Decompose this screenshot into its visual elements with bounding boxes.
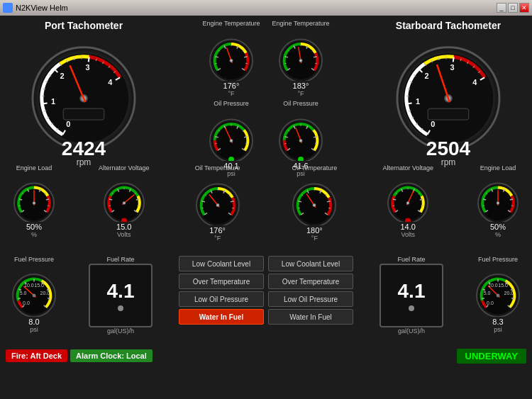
titlebar: N2KView Helm _ □ ✕ bbox=[0, 0, 532, 16]
minimize-button[interactable]: _ bbox=[497, 3, 506, 13]
port-engine-temp-unit: °F bbox=[228, 90, 234, 97]
alarm-button[interactable]: Low Coolant Level bbox=[268, 256, 353, 271]
port-engine-temp-gauge: Engine Temperature 176° °F bbox=[199, 20, 263, 97]
stbd-alternator-label: Alternator Voltage bbox=[382, 164, 433, 172]
stbd-engine-temp-label: Engine Temperature bbox=[272, 20, 330, 27]
port-engine-temp-canvas bbox=[199, 28, 263, 81]
port-tachometer-section: Port Tachometer 2424 rpm bbox=[6, 20, 162, 167]
stbd-alarm-panel: Low Coolant LevelOver TemperatureLow Oil… bbox=[268, 256, 353, 325]
alarm-button[interactable]: Water In Fuel bbox=[268, 309, 353, 325]
stbd-fuel-pressure-unit: psi bbox=[494, 326, 502, 333]
port-engine-load-value: 50% bbox=[26, 223, 42, 231]
port-oil-temp-value: 176° bbox=[209, 226, 226, 235]
stbd-tachometer-section: Starboard Tachometer 2504 rpm bbox=[370, 20, 526, 167]
port-fuel-pressure-gauge: Fuel Pressure 8.0 psi bbox=[6, 256, 62, 333]
port-fuel-pressure-canvas bbox=[6, 264, 62, 317]
stbd-fuel-pressure-gauge: Fuel Pressure 8.3 psi bbox=[470, 256, 526, 333]
port-oil-pressure-label: Oil Pressure bbox=[214, 100, 249, 107]
port-engine-load-canvas bbox=[6, 172, 62, 222]
alarm-button[interactable]: Water In Fuel bbox=[179, 309, 264, 325]
stbd-engine-load-value: 50% bbox=[490, 223, 506, 231]
port-oil-temp-label: Oil Temperature bbox=[195, 164, 240, 172]
stbd-fuel-rate-label: Fuel Rate bbox=[397, 256, 425, 263]
port-engine-load-unit: % bbox=[31, 231, 37, 238]
port-oil-temp-unit: °F bbox=[214, 235, 221, 242]
stbd-tacho-label: Starboard Tachometer bbox=[396, 20, 501, 31]
port-alternator-unit: Volts bbox=[117, 231, 131, 238]
port-alarm-panel: Low Coolant LevelOver TemperatureLow Oil… bbox=[179, 256, 264, 325]
stbd-fuel-pressure-value: 8.3 bbox=[492, 317, 503, 326]
stbd-fuel-pressure-canvas bbox=[470, 264, 526, 317]
port-fuel-pressure-unit: psi bbox=[30, 326, 38, 333]
alarm-status: Alarm Clock: Local bbox=[70, 349, 153, 362]
alarm-button[interactable]: Low Oil Pressure bbox=[179, 291, 264, 307]
stbd-tachometer-gauge bbox=[370, 33, 526, 146]
underway-status: UNDERWAY bbox=[457, 349, 526, 364]
stbd-engine-temp-canvas bbox=[269, 28, 333, 81]
main-panel: Port Tachometer 2424 rpm Engine Temperat… bbox=[0, 16, 532, 399]
statusbar: Fire: Aft Deck Alarm Clock: Local UNDERW… bbox=[6, 347, 526, 364]
port-oil-temp-canvas bbox=[186, 172, 250, 225]
stbd-engine-load-canvas bbox=[470, 172, 526, 222]
alarm-button[interactable]: Over Temperature bbox=[179, 274, 264, 289]
row2: Engine Load 50% % Alternator Voltage 15.… bbox=[6, 164, 526, 253]
port-alternator-gauge: Alternator Voltage 15.0 Volts bbox=[96, 164, 153, 238]
stbd-alternator-value: 14.0 bbox=[400, 223, 415, 231]
alarms-container: Low Coolant LevelOver TemperatureLow Oil… bbox=[179, 256, 353, 325]
stbd-oil-temp-unit: °F bbox=[311, 235, 318, 242]
stbd-oil-temp-value: 180° bbox=[306, 226, 323, 235]
alarm-button[interactable]: Low Oil Pressure bbox=[268, 291, 353, 307]
titlebar-buttons: _ □ ✕ bbox=[497, 3, 529, 13]
stbd-oil-temp-gauge: Oil Temperature 180° °F bbox=[282, 164, 346, 242]
port-tachometer-gauge bbox=[6, 33, 162, 146]
stbd-fuel-rate-unit: gal(US)/h bbox=[398, 327, 425, 335]
stbd-engine-load-label: Engine Load bbox=[480, 164, 516, 172]
stbd-fuel-pressure-label: Fuel Pressure bbox=[478, 256, 518, 263]
titlebar-title: N2KView Helm bbox=[16, 4, 494, 12]
port-fuel-rate-box: 4.1 bbox=[89, 264, 153, 327]
stbd-fuel-rate-box: 4.1 bbox=[379, 264, 443, 327]
middle-column: Engine Temperature 176° °F Engine Temper… bbox=[165, 20, 367, 177]
alarm-button[interactable]: Over Temperature bbox=[268, 274, 353, 289]
port-engine-temp-value: 176° bbox=[223, 82, 240, 90]
stbd-fuel-rate-section: Fuel Rate 4.1 gal(US)/h bbox=[379, 256, 443, 335]
app-icon bbox=[3, 3, 13, 13]
alarm-button[interactable]: Low Coolant Level bbox=[179, 256, 264, 271]
stbd-engine-temp-unit: °F bbox=[297, 90, 304, 97]
row3: Fuel Pressure 8.0 psi Fuel Rate 4.1 gal(… bbox=[6, 256, 526, 344]
port-fuel-rate-unit: gal(US)/h bbox=[107, 327, 134, 335]
stbd-oil-temp-label: Oil Temperature bbox=[292, 164, 337, 172]
stbd-alternator-canvas bbox=[379, 172, 436, 222]
stbd-engine-temp-gauge: Engine Temperature 183° °F bbox=[269, 20, 333, 97]
stbd-oil-pressure-label: Oil Pressure bbox=[283, 100, 318, 107]
port-alternator-label: Alternator Voltage bbox=[99, 164, 150, 172]
stbd-fuel-rate-value: 4.1 bbox=[398, 280, 426, 303]
small-gauges-row1: Engine Temperature 176° °F Engine Temper… bbox=[199, 20, 333, 97]
stbd-engine-load-unit: % bbox=[495, 231, 501, 238]
port-fuel-rate-label: Fuel Rate bbox=[106, 256, 134, 263]
fire-status: Fire: Aft Deck bbox=[6, 349, 67, 362]
close-button[interactable]: ✕ bbox=[519, 3, 529, 13]
port-alternator-canvas bbox=[96, 172, 153, 222]
stbd-alternator-unit: Volts bbox=[401, 231, 415, 238]
port-engine-load-label: Engine Load bbox=[16, 164, 52, 172]
maximize-button[interactable]: □ bbox=[508, 3, 518, 13]
port-fuel-pressure-label: Fuel Pressure bbox=[14, 256, 54, 263]
port-engine-temp-label: Engine Temperature bbox=[203, 20, 260, 27]
stbd-engine-temp-value: 183° bbox=[293, 82, 309, 90]
stbd-fuel-rate-indicator bbox=[409, 305, 414, 311]
port-engine-load-gauge: Engine Load 50% % bbox=[6, 164, 62, 238]
port-fuel-rate-indicator bbox=[118, 305, 123, 311]
port-fuel-pressure-value: 8.0 bbox=[28, 317, 39, 326]
port-oil-pressure-canvas bbox=[199, 108, 263, 161]
stbd-engine-load-gauge: Engine Load 50% % bbox=[470, 164, 526, 238]
stbd-alternator-gauge: Alternator Voltage 14.0 Volts bbox=[379, 164, 436, 238]
port-fuel-rate-value: 4.1 bbox=[107, 280, 135, 303]
stbd-oil-pressure-canvas bbox=[269, 108, 333, 161]
port-tacho-label: Port Tachometer bbox=[45, 20, 123, 31]
port-fuel-rate-section: Fuel Rate 4.1 gal(US)/h bbox=[89, 256, 153, 335]
row1: Port Tachometer 2424 rpm Engine Temperat… bbox=[6, 20, 526, 162]
port-oil-temp-gauge: Oil Temperature 176° °F bbox=[186, 164, 250, 242]
stbd-oil-temp-canvas bbox=[282, 172, 346, 225]
port-alternator-value: 15.0 bbox=[116, 223, 131, 231]
